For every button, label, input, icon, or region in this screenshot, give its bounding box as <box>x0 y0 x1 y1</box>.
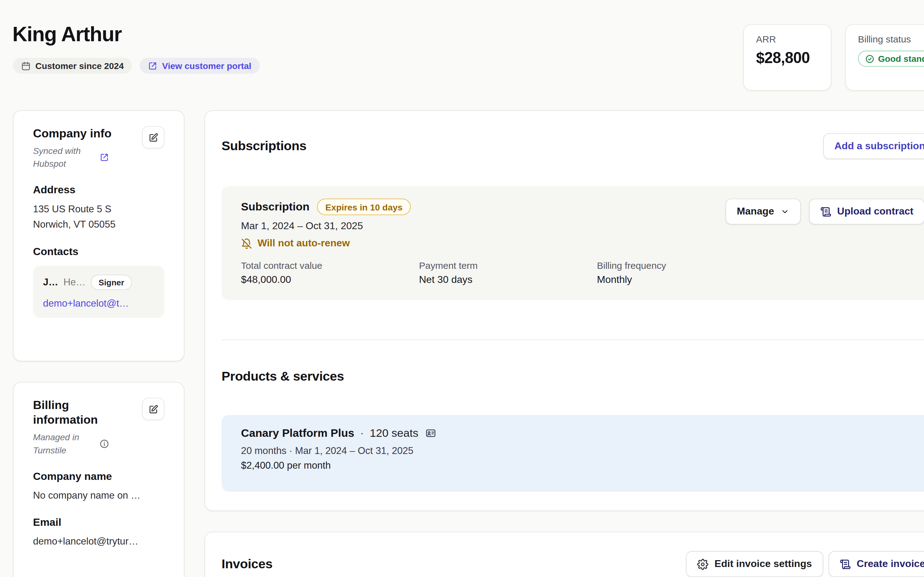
manage-button[interactable]: Manage <box>726 198 800 224</box>
stat-label: Total contract value <box>241 260 419 271</box>
info-icon[interactable] <box>100 439 109 448</box>
stat-value: Monthly <box>597 274 775 286</box>
customer-since-label: Customer since 2024 <box>35 61 124 71</box>
subscription-stats: Total contract value $48,000.00 Payment … <box>241 260 917 286</box>
address-value: 135 US Route 5 S Norwich, VT 05055 <box>33 201 164 232</box>
company-name-label: Company name <box>33 470 164 482</box>
edit-invoice-settings-label: Edit invoice settings <box>715 558 812 570</box>
edit-invoice-settings-button[interactable]: Edit invoice settings <box>686 551 823 577</box>
stat-value: Net 30 days <box>419 274 597 286</box>
upload-contract-label: Upload contract <box>837 206 913 218</box>
contract-scroll-icon <box>820 206 831 217</box>
arr-card: ARR $28,800 <box>743 24 831 90</box>
subscription-item-title: Subscription <box>241 200 309 214</box>
subscription-item: Subscription Expires in 10 days Mar 1, 2… <box>222 186 924 300</box>
edit-pencil-icon <box>148 404 158 414</box>
products-services-title: Products & services <box>222 369 344 384</box>
stat-label: Billing frequency <box>597 260 775 271</box>
stat-label: Payment term <box>419 260 597 271</box>
calendar-icon <box>21 61 31 70</box>
create-invoice-label: Create invoice <box>856 558 924 570</box>
customer-since-badge: Customer since 2024 <box>13 58 132 74</box>
portal-link-label: View customer portal <box>162 61 251 71</box>
create-invoice-button[interactable]: Create invoice <box>829 551 924 577</box>
arr-value: $28,800 <box>756 49 818 68</box>
product-price: $2,400.00 per month <box>241 459 917 471</box>
edit-pencil-icon <box>148 132 158 142</box>
subscriptions-section: Subscriptions Add a subscription Subscri… <box>204 110 924 511</box>
upload-contract-button[interactable]: Upload contract <box>809 198 924 224</box>
auto-renew-note: Will not auto-renew <box>241 238 917 250</box>
contact-last-name: He… <box>63 277 85 288</box>
signer-role-badge: Signer <box>91 275 132 290</box>
address-line2: Norwich, VT 05055 <box>33 216 164 232</box>
subscriptions-title: Subscriptions <box>222 139 307 154</box>
external-link-icon <box>148 61 157 70</box>
good-standing-label: Good standing <box>878 54 924 64</box>
contact-card[interactable]: J… He… Signer demo+lancelot@t… <box>33 266 164 318</box>
billing-status-label: Billing status <box>858 34 924 45</box>
auto-renew-label: Will not auto-renew <box>258 238 350 250</box>
view-customer-portal-link[interactable]: View customer portal <box>140 58 260 74</box>
address-line1: 135 US Route 5 S <box>33 201 164 216</box>
billing-information-card: Billing information Managed in Turnstile… <box>13 382 185 577</box>
header-badges: Customer since 2024 View customer portal <box>13 58 260 74</box>
contact-email-link[interactable]: demo+lancelot@t… <box>43 298 155 309</box>
add-subscription-button[interactable]: Add a subscription <box>823 133 924 159</box>
billing-information-title: Billing information <box>33 398 121 427</box>
billing-email-label: Email <box>33 516 164 529</box>
company-name-value: No company name on … <box>33 487 164 503</box>
seats-contact-card-icon <box>425 428 436 439</box>
good-standing-badge: Good standing <box>858 51 924 66</box>
manage-label: Manage <box>737 206 774 218</box>
invoice-scroll-icon <box>840 559 851 570</box>
customer-name-title: King Arthur <box>13 23 122 46</box>
product-separator: · <box>360 427 364 440</box>
expires-badge: Expires in 10 days <box>317 198 411 215</box>
hubspot-external-link-icon[interactable] <box>100 152 109 162</box>
product-item[interactable]: Canary Platform Plus · 120 seats 20 mont… <box>222 415 924 492</box>
stat-value: $48,000.00 <box>241 274 419 286</box>
billing-email-value: demo+lancelot@trytur… <box>33 533 164 549</box>
edit-company-info-button[interactable] <box>142 126 164 148</box>
invoices-title: Invoices <box>222 556 272 572</box>
edit-billing-info-button[interactable] <box>142 398 164 420</box>
section-divider <box>222 339 924 340</box>
bell-off-icon <box>241 238 252 249</box>
address-label: Address <box>33 184 164 196</box>
invoices-section: Invoices Edit invoice settings Create in… <box>204 532 924 577</box>
add-subscription-label: Add a subscription <box>834 140 924 152</box>
contacts-label: Contacts <box>33 246 164 258</box>
contact-first-name: J… <box>43 277 58 288</box>
arr-label: ARR <box>756 34 818 45</box>
company-info-title: Company info <box>33 126 112 141</box>
billing-status-card: Billing status Good standing <box>845 24 924 90</box>
product-seats: 120 seats <box>370 427 419 440</box>
product-term: 20 months · Mar 1, 2024 – Oct 31, 2025 <box>241 445 917 456</box>
chevron-down-icon <box>780 207 789 216</box>
synced-note: Synced with Hubspot <box>33 144 95 170</box>
customer-detail-page: King Arthur Customer since 2024 View cus… <box>0 0 924 577</box>
company-info-card: Company info Synced with Hubspot Address… <box>13 110 185 361</box>
managed-note: Managed in Turnstile <box>33 431 95 456</box>
gear-icon <box>697 559 708 570</box>
product-name: Canary Platform Plus <box>241 427 354 440</box>
check-circle-icon <box>865 54 874 63</box>
